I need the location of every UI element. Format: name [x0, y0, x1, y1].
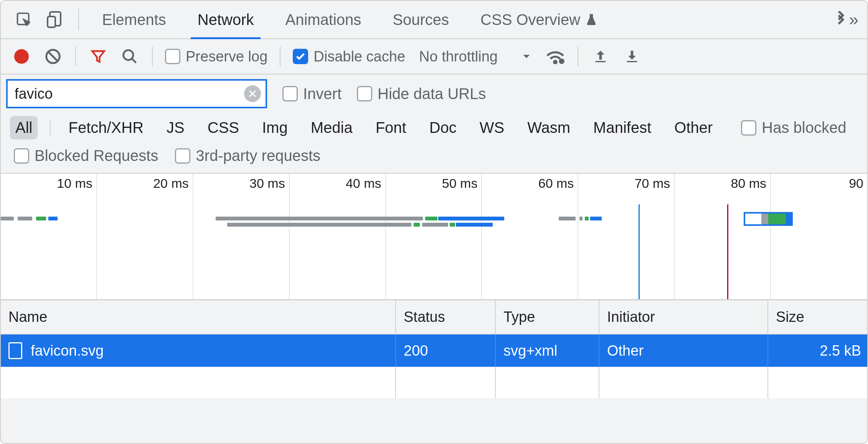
svg-point-5 — [554, 61, 557, 63]
separator — [78, 9, 79, 30]
blocked-requests-label: Blocked Requests — [35, 147, 158, 164]
tab-elements[interactable]: Elements — [88, 1, 180, 38]
checkbox-icon — [357, 86, 372, 101]
tab-animations[interactable]: Animations — [271, 1, 375, 38]
timeline-tick: 60 ms — [538, 176, 574, 191]
separator — [152, 46, 153, 66]
timeline-dom-loaded-line — [639, 204, 640, 299]
separator — [280, 46, 281, 66]
checkbox-icon — [165, 49, 180, 64]
timeline-tick: 80 ms — [731, 176, 767, 191]
filter-type-all[interactable]: All — [10, 116, 38, 139]
tab-sources[interactable]: Sources — [379, 1, 463, 38]
separator — [50, 119, 51, 136]
disable-cache-checkbox[interactable]: Disable cache — [293, 48, 405, 65]
request-row-type[interactable]: svg+xml — [496, 335, 599, 367]
filter-input[interactable] — [15, 86, 239, 102]
search-icon[interactable] — [120, 46, 140, 66]
filter-type-manifest[interactable]: Manifest — [588, 116, 657, 139]
timeline-tick: 90 — [849, 176, 863, 191]
checkbox-checked-icon — [293, 49, 308, 64]
invert-checkbox[interactable]: Invert — [282, 85, 342, 103]
separator — [75, 46, 76, 66]
timeline-selection-box[interactable] — [744, 212, 793, 226]
filter-type-fetch[interactable]: Fetch/XHR — [63, 116, 149, 139]
has-blocked-checkbox[interactable]: Has blocked — [741, 119, 846, 136]
file-icon — [8, 342, 22, 359]
timeline-tick: 10 ms — [57, 176, 92, 191]
filter-type-other[interactable]: Other — [669, 116, 718, 139]
filter-type-css[interactable]: CSS — [202, 116, 244, 139]
request-row-name[interactable]: favicon.svg — [1, 335, 396, 367]
svg-rect-2 — [48, 17, 55, 27]
clear-filter-icon[interactable] — [244, 85, 261, 102]
checkbox-icon — [282, 86, 298, 101]
filter-type-media[interactable]: Media — [305, 116, 358, 139]
timeline-tick: 40 ms — [346, 176, 381, 191]
request-row-initiator[interactable]: Other — [599, 335, 768, 367]
hide-data-urls-checkbox[interactable]: Hide data URLs — [357, 85, 486, 103]
inspect-element-icon[interactable] — [10, 6, 38, 33]
timeline-tick: 50 ms — [442, 176, 478, 191]
checkbox-icon — [14, 148, 29, 164]
upload-har-icon[interactable] — [591, 46, 611, 66]
checkbox-icon — [175, 148, 190, 164]
download-har-icon[interactable] — [622, 46, 642, 66]
filter-type-js[interactable]: JS — [161, 116, 190, 139]
timeline-overview[interactable]: 10 ms 20 ms 30 ms 40 ms 50 ms 60 ms 70 m… — [1, 174, 867, 300]
filter-input-container — [6, 79, 267, 108]
filter-type-img[interactable]: Img — [257, 116, 293, 139]
record-button[interactable] — [12, 46, 31, 66]
device-toggle-icon[interactable] — [41, 6, 69, 33]
empty-row — [1, 367, 867, 398]
request-name: favicon.svg — [31, 343, 104, 359]
throttling-select[interactable]: No throttling — [417, 48, 534, 65]
filter-type-font[interactable]: Font — [370, 116, 412, 139]
filter-icon[interactable] — [88, 46, 108, 66]
column-header-size[interactable]: Size — [768, 300, 868, 335]
filter-type-doc[interactable]: Doc — [424, 116, 462, 139]
network-conditions-icon[interactable] — [545, 46, 565, 66]
more-tabs-icon[interactable]: » — [830, 6, 858, 33]
filter-type-wasm[interactable]: Wasm — [522, 116, 576, 139]
blocked-requests-checkbox[interactable]: Blocked Requests — [14, 147, 158, 164]
clear-button[interactable] — [43, 46, 63, 66]
timeline-tick: 30 ms — [249, 176, 285, 191]
column-header-initiator[interactable]: Initiator — [599, 300, 768, 335]
request-row-size[interactable]: 2.5 kB — [768, 335, 868, 367]
tab-css-overview-label: CSS Overview — [480, 11, 580, 28]
checkbox-icon — [741, 120, 756, 136]
column-header-name[interactable]: Name — [1, 300, 396, 335]
timeline-tick: 20 ms — [153, 176, 189, 191]
timeline-bars — [1, 217, 867, 232]
preserve-log-label: Preserve log — [186, 48, 267, 65]
column-header-status[interactable]: Status — [396, 300, 496, 335]
filter-type-ws[interactable]: WS — [474, 116, 510, 139]
chevron-down-icon — [521, 51, 531, 61]
timeline-tick: 70 ms — [635, 176, 670, 191]
tab-css-overview[interactable]: CSS Overview — [467, 1, 612, 38]
throttling-value: No throttling — [419, 48, 498, 65]
svg-point-4 — [124, 50, 134, 60]
third-party-label: 3rd-party requests — [196, 147, 320, 164]
experiment-icon — [585, 13, 598, 26]
separator — [578, 46, 578, 66]
column-header-type[interactable]: Type — [496, 300, 599, 335]
hide-data-urls-label: Hide data URLs — [378, 85, 486, 103]
request-row-status[interactable]: 200 — [396, 335, 496, 367]
third-party-checkbox[interactable]: 3rd-party requests — [175, 147, 320, 164]
has-blocked-label: Has blocked — [762, 119, 846, 136]
preserve-log-checkbox[interactable]: Preserve log — [165, 48, 267, 65]
timeline-load-line — [727, 204, 728, 299]
tab-network[interactable]: Network — [184, 1, 268, 38]
disable-cache-label: Disable cache — [314, 48, 405, 65]
invert-label: Invert — [303, 85, 342, 103]
